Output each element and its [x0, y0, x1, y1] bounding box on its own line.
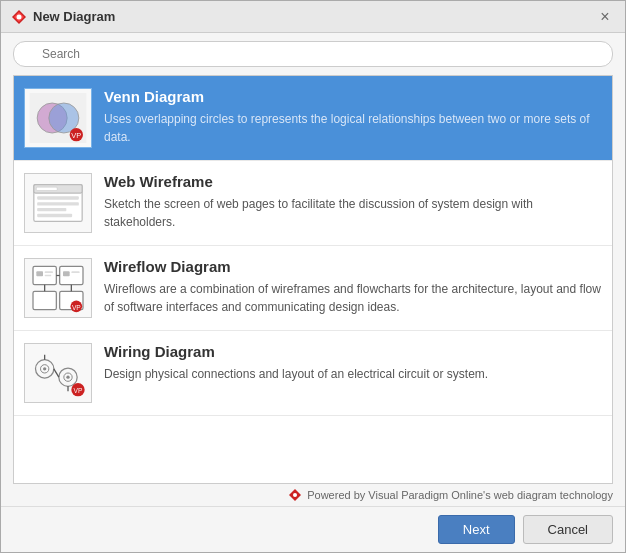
svg-rect-15	[37, 214, 72, 217]
close-button[interactable]: ×	[595, 7, 615, 27]
powered-footer: Powered by Visual Paradigm Online's web …	[1, 484, 625, 506]
svg-rect-13	[37, 202, 79, 205]
search-wrapper: 🔍	[13, 41, 613, 67]
svg-text:VP: VP	[72, 304, 81, 311]
venn-diagram-content: Venn Diagram Uses overlapping circles to…	[104, 88, 602, 146]
venn-diagram-icon: VP	[24, 88, 92, 148]
svg-text:VP: VP	[74, 387, 83, 394]
web-wireframe-desc: Sketch the screen of web pages to facili…	[104, 195, 602, 231]
list-item[interactable]: VP Venn Diagram Uses overlapping circles…	[14, 76, 612, 161]
diagram-list[interactable]: VP Venn Diagram Uses overlapping circles…	[13, 75, 613, 484]
wireflow-diagram-title: Wireflow Diagram	[104, 258, 602, 275]
svg-rect-19	[33, 291, 56, 309]
wiring-diagram-desc: Design physical connections and layout o…	[104, 365, 602, 383]
svg-rect-11	[36, 187, 57, 190]
svg-rect-27	[63, 271, 70, 276]
svg-point-44	[293, 493, 297, 497]
svg-rect-25	[45, 271, 53, 273]
list-item[interactable]: Web Wireframe Sketch the screen of web p…	[14, 161, 612, 246]
button-row: Next Cancel	[1, 506, 625, 552]
dialog-title: New Diagram	[33, 9, 115, 24]
new-diagram-dialog: New Diagram × 🔍 VP	[0, 0, 626, 553]
wireflow-diagram-icon: VP	[24, 258, 92, 318]
title-bar-left: New Diagram	[11, 9, 115, 25]
wireflow-diagram-content: Wireflow Diagram Wireflows are a combina…	[104, 258, 602, 316]
svg-rect-28	[71, 271, 79, 273]
search-input[interactable]	[13, 41, 613, 67]
wiring-diagram-title: Wiring Diagram	[104, 343, 602, 360]
next-button[interactable]: Next	[438, 515, 515, 544]
svg-rect-24	[36, 271, 43, 276]
svg-rect-14	[37, 208, 66, 211]
cancel-button[interactable]: Cancel	[523, 515, 613, 544]
svg-rect-26	[45, 275, 52, 277]
app-icon	[11, 9, 27, 25]
content-area: VP Venn Diagram Uses overlapping circles…	[1, 75, 625, 484]
wiring-diagram-icon: VP	[24, 343, 92, 403]
svg-rect-12	[37, 196, 79, 199]
list-item[interactable]: VP Wiring Diagram Design physical connec…	[14, 331, 612, 416]
svg-point-37	[66, 376, 69, 379]
title-bar: New Diagram ×	[1, 1, 625, 33]
web-wireframe-icon	[24, 173, 92, 233]
search-area: 🔍	[1, 33, 625, 75]
web-wireframe-content: Web Wireframe Sketch the screen of web p…	[104, 173, 602, 231]
venn-diagram-title: Venn Diagram	[104, 88, 602, 105]
wiring-diagram-content: Wiring Diagram Design physical connectio…	[104, 343, 602, 383]
powered-text: Powered by Visual Paradigm Online's web …	[307, 489, 613, 501]
wireflow-diagram-desc: Wireflows are a combination of wireframe…	[104, 280, 602, 316]
vp-logo-icon	[288, 488, 302, 502]
venn-diagram-desc: Uses overlapping circles to represents t…	[104, 110, 602, 146]
svg-point-34	[43, 367, 46, 370]
svg-text:VP: VP	[71, 131, 81, 140]
svg-point-2	[17, 14, 22, 19]
list-item[interactable]: VP Wireflow Diagram Wireflows are a comb…	[14, 246, 612, 331]
web-wireframe-title: Web Wireframe	[104, 173, 602, 190]
